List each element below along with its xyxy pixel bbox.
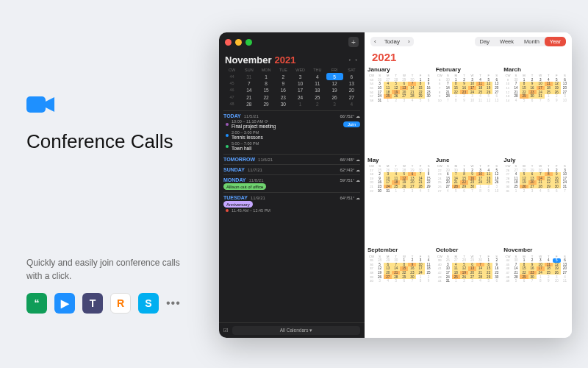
today-button[interactable]: Today [380,37,404,46]
year-month-label: January [368,66,433,73]
join-button[interactable]: Join [343,121,360,127]
year-month-label: February [436,66,501,73]
view-week[interactable]: Week [495,37,519,46]
year-label: 2021 [275,54,296,66]
weather-icon: 66°/48° ☁ [340,157,360,162]
year-title: 2021 [365,51,572,65]
agenda-day-label: TUESDAY [223,195,248,200]
month-label: November [225,54,272,66]
svg-rect-0 [26,96,46,113]
view-year[interactable]: Year [545,37,566,46]
event-row[interactable]: 2:00 – 3:00 PMTennis lessons [223,130,360,141]
event-row[interactable]: 11:45 AM – 12:45 PM [223,208,360,213]
year-month-label: July [503,157,569,163]
allday-pill[interactable]: Anniversary [223,201,253,208]
hangouts-icon: “ [26,293,47,314]
titlebar: + [219,32,365,52]
year-month-label: March [503,66,569,73]
year-grid[interactable]: JanuaryCWSMTWTFS532627282930125434567895… [365,65,572,338]
calendar-picker[interactable]: All Calendars ▾ [232,326,360,335]
main-pane: ‹ Today › DayWeekMonthYear 2021 JanuaryC… [365,32,572,338]
zoom-hero-icon [26,94,196,118]
month-nav[interactable]: ‹ › [348,57,359,63]
view-switcher: DayWeekMonthYear [475,37,566,46]
weather-icon: 62°/43° ☁ [340,167,360,172]
event-dot-icon [226,134,229,137]
view-day[interactable]: Day [475,37,495,46]
ringcentral-icon: R [110,293,131,314]
event-dot-icon [226,145,229,148]
agenda-day-label: TOMORROW [223,157,255,162]
zoom-icon: ▶ [54,293,75,314]
weather-icon: 66°/52° ☁ [340,113,360,118]
year-month-label: June [436,157,501,163]
agenda-day-label: MONDAY [223,177,245,183]
weather-icon: 64°/51° ☁ [340,195,360,200]
allday-pill[interactable]: Allison out of office [223,183,266,190]
more-apps-icon: ••• [166,297,181,310]
sidebar: + November 2021 ‹ › CWSUNMONTUEWEDTHUFRI… [219,32,365,338]
agenda-day-label: SUNDAY [223,167,245,172]
tasks-toggle[interactable]: ☑ [223,328,228,333]
agenda-list: TODAY11/5/2166°/52° ☁10:00 – 11:10 AM ⟳F… [219,110,365,322]
year-month-label: September [368,247,433,253]
event-dot-icon [226,209,229,212]
year-month-label: November [503,247,569,253]
event-row[interactable]: 10:00 – 11:10 AM ⟳Final project meetingJ… [223,118,360,130]
next-button[interactable]: › [404,37,414,46]
event-dot-icon [226,123,229,126]
add-event-button[interactable]: + [348,37,359,47]
promo-title: Conference Calls [26,131,196,153]
promo-subtitle: Quickly and easily join conference calls… [26,256,196,283]
prev-button[interactable]: ‹ [370,37,380,46]
year-month-label: October [436,247,501,253]
year-month-label: May [368,157,433,163]
app-icons-row: “ ▶ T R S ••• [26,293,196,314]
minimize-icon[interactable] [235,39,242,46]
close-icon[interactable] [225,39,232,46]
teams-icon: T [82,293,103,314]
weather-icon: 59°/51° ☁ [340,177,360,183]
agenda-day-label: TODAY [223,113,241,118]
skype-icon: S [138,293,159,314]
event-row[interactable]: 5:00 – 7:00 PMTown hall [223,141,360,152]
calendar-app-window: + November 2021 ‹ › CWSUNMONTUEWEDTHUFRI… [219,32,572,338]
view-month[interactable]: Month [519,37,545,46]
fullscreen-icon[interactable] [245,39,252,46]
mini-calendar[interactable]: CWSUNMONTUEWEDTHUFRISAT44311234564578910… [219,67,365,110]
date-nav: ‹ Today › [370,37,414,46]
